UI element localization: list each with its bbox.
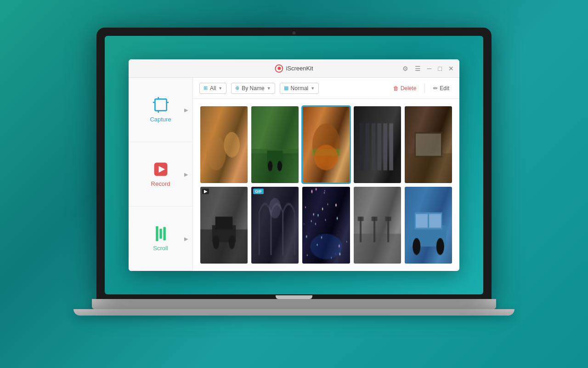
sort-dropdown[interactable]: ⊕ By Name ▼ [231, 83, 275, 94]
delete-button[interactable]: 🗑 Delete [390, 83, 420, 93]
sidebar: Capture ▶ Record ▶ [129, 78, 193, 271]
toolbar: ⊞ All ▼ ⊕ By Name ▼ ▦ Normal [193, 78, 459, 99]
gallery-item-9[interactable] [354, 187, 401, 264]
sidebar-item-record[interactable]: Record ▶ [129, 142, 192, 207]
gallery-item-1[interactable] [200, 106, 248, 183]
app-body: Capture ▶ Record ▶ [129, 78, 459, 271]
app-logo-icon [275, 64, 283, 73]
svg-rect-9 [163, 227, 165, 241]
gallery-grid: ▶GIF [193, 99, 459, 271]
laptop-base [92, 299, 496, 309]
gallery-item-10[interactable] [405, 187, 452, 264]
minimize-icon[interactable]: ─ [427, 65, 432, 72]
title-center: iScreenKit [275, 64, 313, 73]
filter-all-label: All [210, 85, 216, 92]
camera-dot [293, 31, 296, 34]
laptop-screen: iScreenKit ⚙ ☰ ─ □ ✕ [105, 36, 483, 294]
gallery-item-5[interactable] [405, 106, 452, 183]
sidebar-item-scroll[interactable]: Scroll ▶ [129, 207, 192, 271]
window-controls: ⚙ ☰ ─ □ ✕ [402, 65, 454, 72]
app-window: iScreenKit ⚙ ☰ ─ □ ✕ [129, 59, 459, 271]
filter-chevron-icon: ▼ [218, 86, 222, 91]
edit-icon: ✏ [433, 85, 438, 92]
video-badge: ▶ [202, 189, 209, 194]
sidebar-record-arrow: ▶ [184, 171, 188, 177]
app-title: iScreenKit [286, 65, 313, 72]
view-label: Normal [291, 85, 309, 92]
gif-badge: GIF [253, 189, 264, 194]
gallery-item-7[interactable]: GIF [251, 187, 299, 264]
screen-bezel: iScreenKit ⚙ ☰ ─ □ ✕ [96, 28, 492, 299]
sidebar-capture-arrow: ▶ [184, 107, 188, 113]
menu-icon[interactable]: ☰ [415, 65, 421, 72]
filter-all-dropdown[interactable]: ⊞ All ▼ [199, 83, 226, 94]
screen-notch [276, 295, 312, 299]
title-bar: iScreenKit ⚙ ☰ ─ □ ✕ [129, 59, 459, 78]
crop-icon [153, 97, 169, 113]
gallery-item-8[interactable] [302, 187, 350, 264]
laptop-foot [74, 309, 514, 316]
edit-button[interactable]: ✏ Edit [430, 83, 453, 93]
sidebar-item-capture[interactable]: Capture ▶ [129, 78, 192, 142]
edit-label: Edit [440, 85, 449, 92]
trash-icon: 🗑 [393, 85, 399, 92]
gallery-item-2[interactable] [251, 106, 299, 183]
svg-rect-7 [156, 226, 158, 241]
sidebar-scroll-arrow: ▶ [184, 236, 188, 242]
svg-rect-8 [159, 229, 162, 239]
view-dropdown[interactable]: ▦ Normal ▼ [280, 83, 319, 94]
gear-icon[interactable]: ⚙ [402, 65, 408, 72]
gallery-item-4[interactable] [354, 106, 401, 183]
view-chevron-icon: ▼ [311, 86, 315, 91]
main-content: ⊞ All ▼ ⊕ By Name ▼ ▦ Normal [193, 78, 459, 271]
maximize-icon[interactable]: □ [438, 65, 442, 72]
grid-icon: ⊞ [204, 85, 208, 91]
sort-label: By Name [242, 85, 264, 92]
sort-icon: ⊕ [235, 85, 239, 91]
laptop-shell: iScreenKit ⚙ ☰ ─ □ ✕ [87, 28, 501, 340]
scroll-icon [153, 225, 169, 242]
toolbar-divider [424, 84, 425, 93]
delete-label: Delete [401, 85, 417, 92]
svg-rect-0 [155, 99, 166, 110]
sidebar-record-label: Record [151, 180, 170, 187]
sidebar-capture-label: Capture [150, 116, 171, 123]
view-icon: ▦ [284, 85, 288, 91]
close-icon[interactable]: ✕ [448, 65, 454, 72]
sidebar-scroll-label: Scroll [153, 245, 168, 252]
gallery-item-6[interactable]: ▶ [200, 187, 248, 264]
gallery-item-3[interactable] [302, 106, 350, 183]
play-icon [153, 161, 169, 178]
sort-chevron-icon: ▼ [267, 86, 271, 91]
